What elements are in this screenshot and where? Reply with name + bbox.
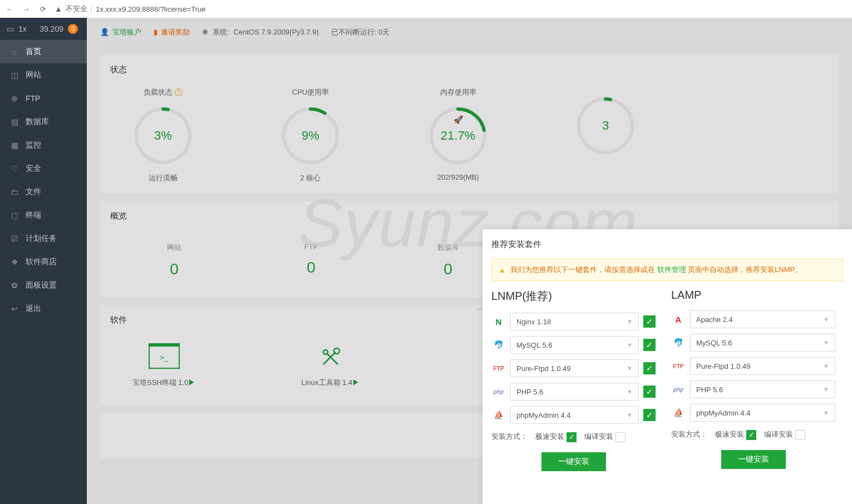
sidebar-item-label: 软件商店 (26, 257, 57, 267)
uptime-text: 已不间断运行: 0天 (331, 27, 390, 37)
modal-tip: ▲ 我们为您推荐以下一键套件，请按需选择或在 软件管理 页面中自动选择，推荐安装… (491, 259, 843, 281)
gauge-1[interactable]: CPU使用率 9% 2 核心 (280, 87, 341, 183)
package-select[interactable]: PHP 5.6▼ (690, 381, 835, 398)
package-select[interactable]: Nginx 1.18▼ (510, 313, 639, 330)
overview-cell-0[interactable]: 网站0 (110, 234, 238, 287)
server-icon: ▭ (7, 24, 14, 33)
sidebar-item-0[interactable]: ⌂首页 (0, 40, 87, 63)
mode-compile[interactable]: 编译安装 (584, 432, 626, 442)
modal-title: 推荐安装套件 (491, 239, 843, 250)
package-row-1-0: A Apache 2.4▼ (671, 310, 835, 328)
sidebar-item-10[interactable]: ✿面板设置 (0, 274, 87, 297)
package-select[interactable]: MySQL 5.6▼ (690, 334, 835, 352)
status-title: 状态 (110, 65, 829, 75)
install-button[interactable]: 一键安装 (541, 452, 606, 471)
gauge-value: 3 (575, 95, 636, 156)
sidebar-item-6[interactable]: 🗀文件 (0, 180, 87, 204)
sidebar-item-8[interactable]: ☑计划任务 (0, 227, 87, 250)
sidebar-item-1[interactable]: ◫网站 (0, 63, 87, 87)
mode-compile[interactable]: 编译安装 (764, 429, 805, 440)
package-checkbox[interactable]: ✓ (643, 362, 656, 374)
install-button[interactable]: 一键安装 (721, 450, 786, 469)
sidebar-item-4[interactable]: ▦监控 (0, 134, 87, 157)
gauge-value: 9% (280, 105, 341, 166)
gauge-subtitle: 运行流畅 (132, 173, 194, 183)
package-icon: 🐬 (671, 336, 686, 349)
package-checkbox[interactable]: ✓ (643, 386, 656, 398)
package-row-1-4: ⛵ phpMyAdmin 4.4▼ (671, 404, 835, 422)
sidebar-icon: ❖ (10, 258, 19, 266)
overview-cell-1[interactable]: FTP0 (247, 234, 375, 287)
gauge-label: 内存使用率 (427, 87, 489, 97)
chevron-down-icon: ▼ (823, 386, 829, 393)
sidebar-icon: ↩ (10, 304, 19, 313)
package-checkbox[interactable]: ✓ (643, 409, 656, 421)
sidebar: ▭ 1x 39.209 0 ⌂首页◫网站⊕FTP▤数据库▦监控♡安全🗀文件▢终端… (0, 18, 87, 504)
sidebar-item-label: 网站 (26, 70, 41, 80)
software-item-0[interactable]: >_宝塔SSH终端 1.0▶ (132, 345, 195, 388)
user-icon: 👤 (100, 28, 109, 36)
gauge-0[interactable]: 负载状态 ? 3% 运行流畅 (132, 87, 194, 183)
package-checkbox[interactable]: ✓ (643, 339, 656, 351)
alert-badge[interactable]: 0 (68, 24, 78, 34)
package-select[interactable]: Pure-Ftpd 1.0.49▼ (690, 357, 835, 375)
gauge-3[interactable]: 3 (575, 87, 636, 183)
overview-value: 0 (119, 260, 229, 278)
package-select[interactable]: MySQL 5.6▼ (510, 336, 639, 354)
reload-button[interactable]: ⟳ (38, 4, 48, 14)
invite-link[interactable]: ▮ 邀请奖励 (154, 27, 190, 37)
mode-fast[interactable]: 极速安装✓ (535, 432, 577, 442)
chevron-down-icon: ▼ (627, 388, 633, 395)
top-bar: 👤 宝塔账户 ▮ 邀请奖励 ❋ 系统: CentOS 7.9.2009(Py3.… (100, 18, 839, 47)
package-select[interactable]: PHP 5.6▼ (510, 383, 639, 401)
terminal-icon: >_ (149, 345, 180, 369)
chevron-down-icon: ▼ (823, 409, 829, 416)
overview-label: 网站 (119, 243, 229, 253)
stack-0: LNMP(推荐) N Nginx 1.18▼ ✓ 🐬 MySQL 5.6▼ ✓ … (491, 289, 656, 471)
stack-1: LAMP A Apache 2.4▼ 🐬 MySQL 5.6▼ FTP Pure… (671, 289, 835, 471)
package-icon: php (491, 385, 506, 398)
svg-point-11 (323, 350, 328, 354)
sidebar-item-label: 计划任务 (26, 234, 57, 244)
software-manage-link[interactable]: 软件管理 (657, 265, 686, 274)
software-item-1[interactable]: Linux工具箱 1.4▶ (301, 345, 359, 388)
play-icon: ▶ (188, 378, 195, 387)
package-select[interactable]: phpMyAdmin 4.4▼ (510, 406, 639, 424)
package-checkbox[interactable]: ✓ (643, 315, 656, 328)
sidebar-item-5[interactable]: ♡安全 (0, 157, 87, 180)
insecure-label: 不安全 (66, 4, 87, 14)
chevron-down-icon: ▼ (627, 365, 633, 372)
help-icon[interactable]: ? (175, 88, 183, 96)
package-select[interactable]: phpMyAdmin 4.4▼ (690, 404, 835, 422)
svg-point-9 (334, 348, 339, 354)
package-select[interactable]: Apache 2.4▼ (690, 310, 835, 328)
sidebar-item-11[interactable]: ↩退出 (0, 297, 87, 320)
sidebar-item-2[interactable]: ⊕FTP (0, 87, 87, 110)
sidebar-icon: ⌂ (10, 47, 19, 56)
gauge-2[interactable]: 内存使用率 🚀21.7% 202/929(MB) (427, 87, 489, 183)
sidebar-icon: ♡ (10, 164, 19, 173)
package-row-0-2: FTP Pure-Ftpd 1.0.49▼ ✓ (491, 359, 656, 377)
mode-fast[interactable]: 极速安装✓ (715, 429, 756, 440)
sidebar-item-label: 退出 (26, 304, 41, 314)
gauge-value: 🚀21.7% (427, 105, 489, 166)
sidebar-item-9[interactable]: ❖软件商店 (0, 250, 87, 274)
status-card: 状态 负载状态 ? 3% 运行流畅CPU使用率 9% 2 核心内存使用率 🚀21… (100, 55, 839, 193)
play-icon: ▶ (352, 378, 359, 387)
address-bar[interactable]: ▲ 不安全 | 1x.xxx.x9.209:8888/?license=True (55, 4, 205, 14)
url-text: 1x.xxx.x9.209:8888/?license=True (96, 5, 205, 13)
insecure-icon: ▲ (55, 4, 62, 13)
panel-account-link[interactable]: 👤 宝塔账户 (100, 27, 141, 37)
back-button[interactable]: ← (4, 4, 14, 14)
sidebar-item-7[interactable]: ▢终端 (0, 204, 87, 227)
gauge-label: 负载状态 ? (132, 87, 194, 97)
package-select[interactable]: Pure-Ftpd 1.0.49▼ (510, 359, 639, 377)
install-modal: 推荐安装套件 ▲ 我们为您推荐以下一键套件，请按需选择或在 软件管理 页面中自动… (482, 229, 852, 504)
forward-button[interactable]: → (21, 4, 31, 14)
package-icon: 🐬 (491, 338, 506, 352)
package-icon: N (491, 315, 506, 328)
sidebar-icon: ▦ (10, 141, 19, 150)
sidebar-item-3[interactable]: ▤数据库 (0, 110, 87, 134)
browser-toolbar: ← → ⟳ ▲ 不安全 | 1x.xxx.x9.209:8888/?licens… (0, 0, 852, 18)
chevron-down-icon: ▼ (823, 363, 829, 369)
